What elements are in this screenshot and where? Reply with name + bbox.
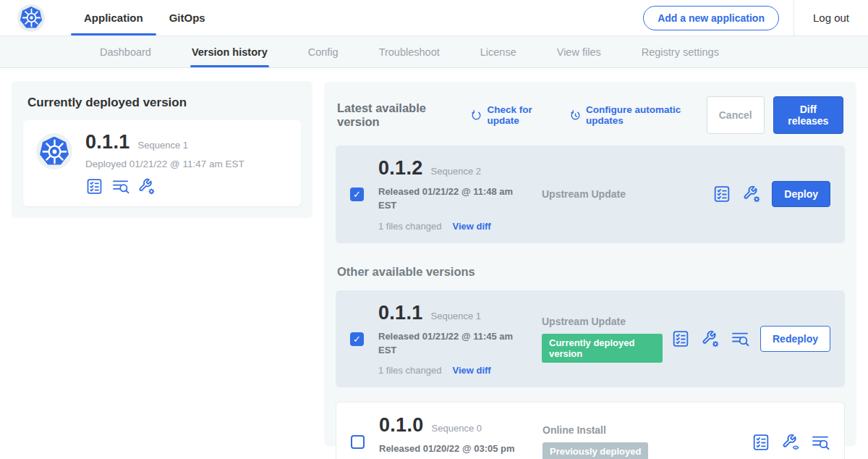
- version-source: Online Install Previously deployed: [542, 424, 743, 459]
- files-changed-label: 1 files changed: [378, 221, 441, 232]
- configure-automatic-updates-link[interactable]: Configure automatic updates: [569, 104, 707, 126]
- deploy-logs-icon[interactable]: [111, 177, 129, 195]
- kubernetes-wheel-icon: [20, 7, 43, 29]
- released-timestamp: Released 01/21/22 @ 11:45 am EST: [378, 330, 520, 358]
- primary-nav: Application GitOps: [71, 0, 218, 35]
- check-for-update-link[interactable]: Check for update: [470, 104, 558, 126]
- version-row: 0.1.0 Sequence 0 Released 01/20/22 @ 03:…: [336, 402, 845, 459]
- cancel-button[interactable]: Cancel: [707, 96, 765, 134]
- tab-registry-settings[interactable]: Registry settings: [642, 36, 719, 67]
- version-checkbox[interactable]: [350, 332, 364, 346]
- version-info: 0.1.2 Sequence 2 Released 01/21/22 @ 11:…: [378, 157, 542, 232]
- latest-version-header: Latest available version Check for updat…: [336, 93, 845, 134]
- deployed-timestamp: Deployed 01/21/22 @ 11:47 am EST: [85, 159, 244, 169]
- released-timestamp: Released 01/20/22 @ 03:05 pm EST: [379, 442, 521, 459]
- app-header: Application GitOps Add a new application…: [0, 0, 868, 36]
- version-row: 0.1.2 Sequence 2 Released 01/21/22 @ 11:…: [336, 146, 845, 243]
- refresh-icon: [470, 109, 482, 122]
- version-number: 0.1.1: [378, 302, 423, 324]
- preflight-checks-icon[interactable]: [752, 433, 770, 452]
- version-info: 0.1.0 Sequence 0 Released 01/20/22 @ 03:…: [379, 414, 542, 459]
- tab-version-history[interactable]: Version history: [192, 36, 268, 67]
- config-settings-icon[interactable]: [137, 177, 156, 195]
- deployed-version-card: 0.1.1 Sequence 1 Deployed 01/21/22 @ 11:…: [23, 120, 301, 206]
- tab-troubleshoot[interactable]: Troubleshoot: [379, 36, 440, 67]
- currently-deployed-title: Currently deployed version: [27, 96, 301, 110]
- deploy-logs-icon[interactable]: [731, 329, 749, 348]
- preflight-checks-icon[interactable]: [85, 177, 103, 195]
- version-info: 0.1.1 Sequence 1 Released 01/21/22 @ 11:…: [378, 302, 542, 376]
- app-icon: [36, 133, 72, 169]
- deployed-version-details: 0.1.1 Sequence 1 Deployed 01/21/22 @ 11:…: [85, 131, 244, 195]
- source-label: Upstream Update: [542, 316, 626, 327]
- kubernetes-wheel-icon: [40, 137, 69, 167]
- tab-application[interactable]: Application: [71, 0, 156, 35]
- view-diff-link[interactable]: View diff: [452, 365, 490, 376]
- config-settings-icon[interactable]: [701, 329, 720, 348]
- version-number: 0.1.2: [378, 157, 423, 180]
- tab-dashboard[interactable]: Dashboard: [100, 36, 151, 67]
- logout-button[interactable]: Log out: [793, 0, 868, 35]
- sequence-label: Sequence 2: [431, 166, 481, 177]
- previously-deployed-badge: Previously deployed: [542, 442, 648, 459]
- version-history-panel: Latest available version Check for updat…: [324, 82, 856, 446]
- app-subnav: Dashboard Version history Config Trouble…: [0, 36, 868, 68]
- source-label: Online Install: [542, 424, 606, 436]
- version-checkbox[interactable]: [350, 188, 364, 201]
- preflight-checks-icon[interactable]: [712, 185, 731, 203]
- tab-gitops[interactable]: GitOps: [156, 0, 218, 35]
- redeploy-button[interactable]: Redeploy: [760, 326, 830, 352]
- sequence-label: Sequence 0: [432, 423, 482, 434]
- deployed-sequence-label: Sequence 1: [138, 140, 188, 151]
- version-checkbox[interactable]: [351, 435, 365, 449]
- tab-view-files[interactable]: View files: [557, 36, 601, 67]
- config-settings-icon[interactable]: [742, 185, 761, 203]
- kubernetes-logo: [17, 4, 45, 32]
- deploy-button[interactable]: Deploy: [772, 181, 830, 207]
- tab-license[interactable]: License: [480, 36, 516, 67]
- released-timestamp: Released 01/21/22 @ 11:48 am EST: [378, 185, 520, 213]
- version-row: 0.1.1 Sequence 1 Released 01/21/22 @ 11:…: [336, 290, 845, 388]
- deploy-logs-icon[interactable]: [811, 433, 830, 452]
- version-number: 0.1.0: [379, 414, 424, 437]
- tab-config[interactable]: Config: [308, 36, 339, 67]
- version-source: Upstream Update Currently deployed versi…: [542, 316, 663, 363]
- currently-deployed-badge: Currently deployed version: [542, 334, 663, 363]
- source-label: Upstream Update: [542, 188, 626, 200]
- version-source: Upstream Update: [542, 188, 704, 200]
- config-view-icon[interactable]: [781, 433, 800, 452]
- sequence-label: Sequence 1: [431, 311, 481, 321]
- add-new-application-button[interactable]: Add a new application: [643, 6, 779, 30]
- currently-deployed-card: Currently deployed version 0.1.1 Sequenc…: [12, 81, 312, 218]
- other-versions-heading: Other available versions: [337, 265, 843, 279]
- auto-update-clock-icon: [569, 109, 582, 122]
- diff-releases-button[interactable]: Diff releases: [773, 96, 843, 134]
- preflight-checks-icon[interactable]: [671, 329, 690, 348]
- latest-version-heading: Latest available version: [337, 101, 459, 129]
- files-changed-label: 1 files changed: [378, 365, 441, 376]
- header-right: Add a new application Log out: [643, 0, 868, 35]
- deployed-version-number: 0.1.1: [85, 131, 130, 153]
- view-diff-link[interactable]: View diff: [452, 221, 490, 232]
